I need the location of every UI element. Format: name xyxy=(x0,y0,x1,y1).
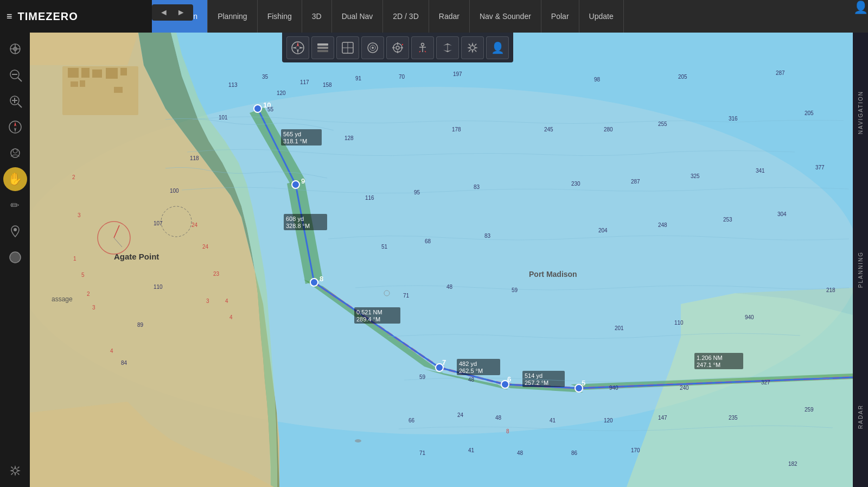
svg-text:204: 204 xyxy=(598,227,608,233)
tab-dualnav[interactable]: Dual Nav xyxy=(332,0,384,33)
svg-text:482 yd: 482 yd xyxy=(459,360,477,367)
svg-text:158: 158 xyxy=(323,82,332,88)
svg-text:128: 128 xyxy=(344,135,354,141)
forward-button[interactable]: ► xyxy=(174,7,189,18)
svg-text:70: 70 xyxy=(399,74,405,80)
sidebar-zoom-out-button[interactable] xyxy=(3,63,27,87)
tab-2d3d[interactable]: 2D / 3D xyxy=(383,0,429,33)
right-label-planning: PLANNING xyxy=(858,246,864,293)
sidebar-pan-button[interactable] xyxy=(3,37,27,61)
sidebar-gps-button[interactable] xyxy=(3,141,27,165)
svg-text:2: 2 xyxy=(87,291,90,297)
svg-point-44 xyxy=(14,228,17,231)
svg-text:91: 91 xyxy=(355,75,362,81)
svg-text:Agate Point: Agate Point xyxy=(114,252,159,261)
svg-text:86: 86 xyxy=(571,450,578,456)
view-mode-button[interactable] xyxy=(336,36,359,59)
svg-text:318.1 °M: 318.1 °M xyxy=(283,138,307,144)
svg-text:287: 287 xyxy=(776,70,785,76)
sidebar-settings-button[interactable] xyxy=(3,459,27,483)
tab-fishing[interactable]: Fishing xyxy=(258,0,302,33)
sidebar-circle-button[interactable] xyxy=(3,245,27,269)
svg-point-182 xyxy=(355,439,361,442)
back-button[interactable]: ◄ xyxy=(156,7,171,18)
svg-text:117: 117 xyxy=(300,79,309,85)
svg-text:205: 205 xyxy=(678,74,687,80)
svg-line-25 xyxy=(425,51,426,52)
svg-text:120: 120 xyxy=(604,418,613,423)
svg-text:3: 3 xyxy=(92,305,95,311)
svg-text:68: 68 xyxy=(425,238,431,244)
menu-icon[interactable]: ≡ xyxy=(7,11,12,22)
svg-text:48: 48 xyxy=(468,377,475,383)
anchor-button[interactable] xyxy=(411,36,434,59)
tab-polar[interactable]: Polar xyxy=(541,0,579,33)
compass-rose-button[interactable] xyxy=(286,36,309,59)
tab-planning[interactable]: Planning xyxy=(208,0,258,33)
svg-rect-57 xyxy=(80,80,85,87)
tab-update[interactable]: Update xyxy=(579,0,624,33)
map-canvas[interactable]: 10 9 8 7 6 5 565 yd 318.1 °M 608 yd 328.… xyxy=(30,33,853,487)
tab-radar[interactable]: Radar xyxy=(429,0,470,33)
toolbar-profile-button[interactable]: 👤 xyxy=(486,36,509,59)
back-fwd-controls: ◄ ► xyxy=(152,4,193,21)
svg-text:257.2 °M: 257.2 °M xyxy=(525,380,548,386)
svg-text:120: 120 xyxy=(277,90,286,96)
svg-text:248: 248 xyxy=(658,222,667,228)
svg-text:328.8 °M: 328.8 °M xyxy=(286,223,310,229)
user-icon[interactable]: 👤 xyxy=(853,0,868,15)
svg-text:118: 118 xyxy=(190,155,199,161)
svg-text:1.206 NM: 1.206 NM xyxy=(697,355,723,361)
toolbar: 👤 xyxy=(282,33,513,62)
route-arrows-button[interactable] xyxy=(436,36,459,59)
svg-text:262.5 °M: 262.5 °M xyxy=(459,368,483,374)
svg-text:95: 95 xyxy=(414,189,420,195)
svg-line-34 xyxy=(18,78,22,81)
svg-point-71 xyxy=(310,279,318,286)
svg-text:304: 304 xyxy=(777,211,787,217)
titlebar: ≡ TIMEZERO xyxy=(0,0,152,33)
left-sidebar: ✋ ✏ xyxy=(0,33,30,487)
svg-text:240: 240 xyxy=(680,385,689,391)
sidebar-hand-button[interactable]: ✋ xyxy=(3,167,27,191)
brand-title: TIMEZERO xyxy=(18,10,78,23)
sidebar-zoom-in-button[interactable] xyxy=(3,89,27,113)
svg-text:3: 3 xyxy=(78,212,81,218)
sidebar-marker-button[interactable] xyxy=(3,219,27,243)
svg-text:289.4 °M: 289.4 °M xyxy=(356,316,380,322)
right-label-navigation: NAVIGATION xyxy=(858,85,864,140)
svg-text:514 yd: 514 yd xyxy=(525,372,542,379)
svg-text:565 yd: 565 yd xyxy=(283,131,301,137)
svg-text:316: 316 xyxy=(729,116,738,122)
svg-text:48: 48 xyxy=(517,450,524,456)
sidebar-compass-button[interactable] xyxy=(3,115,27,139)
svg-point-46 xyxy=(13,469,17,473)
svg-text:71: 71 xyxy=(419,450,426,456)
svg-text:89: 89 xyxy=(137,322,144,328)
svg-text:3: 3 xyxy=(206,298,209,304)
svg-line-24 xyxy=(419,51,420,52)
tab-3d[interactable]: 3D xyxy=(302,0,332,33)
svg-text:6: 6 xyxy=(507,375,511,383)
svg-text:98: 98 xyxy=(594,77,601,83)
svg-point-43 xyxy=(13,149,17,153)
svg-point-15 xyxy=(396,46,399,49)
chart-layers-button[interactable] xyxy=(311,36,334,59)
svg-rect-5 xyxy=(317,43,328,46)
svg-point-45 xyxy=(10,252,21,263)
svg-text:178: 178 xyxy=(452,127,461,132)
tab-navsounder[interactable]: Nav & Sounder xyxy=(470,0,541,33)
svg-text:2: 2 xyxy=(72,174,75,180)
svg-text:327: 327 xyxy=(761,380,770,385)
svg-text:7: 7 xyxy=(442,358,446,366)
svg-text:218: 218 xyxy=(826,287,835,293)
toolbar-settings-button[interactable] xyxy=(461,36,484,59)
svg-rect-53 xyxy=(92,69,102,78)
svg-text:116: 116 xyxy=(365,195,374,201)
svg-rect-51 xyxy=(68,68,79,78)
svg-text:84: 84 xyxy=(121,360,127,366)
radar-overlay-button[interactable] xyxy=(361,36,384,59)
sidebar-pencil-button[interactable]: ✏ xyxy=(3,193,27,217)
svg-text:83: 83 xyxy=(484,233,491,239)
target-button[interactable] xyxy=(386,36,409,59)
